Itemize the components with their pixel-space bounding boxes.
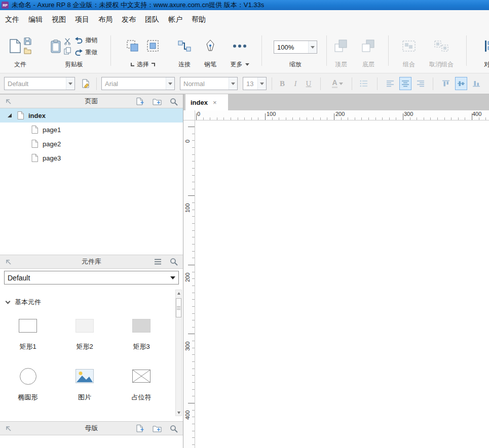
widgets-panel-title: 元件库 <box>82 257 101 266</box>
toolbar-separator <box>261 35 262 66</box>
triangle-up-icon <box>177 292 180 295</box>
file-tools-group[interactable]: 文件 <box>4 33 36 70</box>
select-contain-icon[interactable] <box>146 39 160 53</box>
style-editor-button[interactable] <box>80 77 92 90</box>
cut-icon[interactable] <box>64 37 71 45</box>
widget-rect3[interactable]: 矩形3 <box>117 313 166 351</box>
zoom-combobox[interactable]: 100% <box>274 40 317 54</box>
widget-placeholder[interactable]: 占位符 <box>117 363 166 402</box>
font-size-combobox[interactable]: 13 <box>243 77 267 90</box>
panel-pin-icon[interactable] <box>5 425 12 432</box>
widget-style-combobox[interactable]: Default <box>4 77 75 90</box>
ruler-row: 0 100 200 300 400 <box>183 110 489 120</box>
vertical-ruler[interactable]: 0 100 200 300 400 <box>183 120 195 448</box>
scrollbar-thumb[interactable] <box>176 298 181 317</box>
tree-expand-icon[interactable] <box>8 113 12 117</box>
menu-help[interactable]: 帮助 <box>187 12 210 27</box>
widget-image[interactable]: 图片 <box>60 363 109 402</box>
menu-layout[interactable]: 布局 <box>94 12 117 27</box>
menu-project[interactable]: 项目 <box>70 12 94 27</box>
align-text-center-button[interactable] <box>399 77 411 90</box>
panel-pin-icon[interactable] <box>5 98 12 105</box>
menu-team[interactable]: 团队 <box>140 12 164 27</box>
font-style-combobox[interactable]: Normal <box>180 77 238 90</box>
add-page-icon[interactable] <box>136 424 144 433</box>
select-corner-right-icon[interactable] <box>152 63 155 66</box>
scroll-down-icon[interactable] <box>176 410 181 416</box>
align-left-icon <box>484 40 489 52</box>
group-label: 组合 <box>396 60 422 69</box>
clipboard-tools-group: 撤销 重做 剪贴板 <box>41 33 107 70</box>
font-family-combobox[interactable]: Arial <box>101 77 175 90</box>
group-button[interactable]: 组合 <box>396 33 422 70</box>
select-corner-left-icon[interactable] <box>131 63 134 66</box>
bullet-list-button[interactable] <box>358 77 370 90</box>
open-file-icon[interactable] <box>24 47 31 55</box>
add-folder-icon[interactable] <box>153 98 162 105</box>
redo-button[interactable]: 重做 <box>74 48 98 57</box>
more-button[interactable]: 更多 <box>224 33 255 70</box>
search-icon[interactable] <box>170 425 178 433</box>
font-dropdown-button[interactable] <box>166 77 174 90</box>
save-icon[interactable] <box>24 37 31 45</box>
caret-down-icon <box>260 83 264 85</box>
image-icon <box>76 369 94 383</box>
search-icon[interactable] <box>170 98 178 106</box>
valign-middle-button[interactable] <box>455 77 467 90</box>
caret-down-icon <box>231 83 235 85</box>
tree-item-index[interactable]: index <box>0 108 183 123</box>
underline-label: U <box>306 79 312 88</box>
tree-item-page2[interactable]: page2 <box>0 137 183 151</box>
add-folder-icon[interactable] <box>153 425 162 432</box>
paste-icon[interactable] <box>51 39 61 53</box>
copy-icon[interactable] <box>64 47 71 55</box>
style-dropdown-button[interactable] <box>66 77 74 90</box>
align-text-right-button[interactable] <box>415 77 427 90</box>
scroll-up-icon[interactable] <box>176 290 181 296</box>
align-text-left-button[interactable] <box>384 77 396 90</box>
panel-menu-icon[interactable] <box>154 259 162 265</box>
new-page-icon[interactable] <box>10 39 21 53</box>
canvas-tab-index[interactable]: index × <box>185 94 228 110</box>
design-canvas[interactable] <box>195 120 489 448</box>
widget-section-header[interactable]: 基本元件 <box>6 298 41 307</box>
caret-down-icon <box>245 63 249 66</box>
add-page-icon[interactable] <box>136 97 144 106</box>
menu-file[interactable]: 文件 <box>1 12 24 27</box>
underline-button[interactable]: U <box>303 77 315 90</box>
bold-button[interactable]: B <box>276 77 288 90</box>
menu-account[interactable]: 帐户 <box>164 12 187 27</box>
horizontal-ruler[interactable]: 0 100 200 300 400 <box>195 110 489 120</box>
send-back-button[interactable]: 底层 <box>357 33 380 70</box>
font-size-dropdown-button[interactable] <box>257 77 266 90</box>
widget-rect2[interactable]: 矩形2 <box>60 313 109 351</box>
bring-front-button[interactable]: 顶层 <box>329 33 353 70</box>
tab-close-icon[interactable]: × <box>213 99 217 106</box>
widgets-scrollbar[interactable] <box>175 290 182 416</box>
panel-pin-icon[interactable] <box>5 259 12 265</box>
tree-item-page3[interactable]: page3 <box>0 151 183 165</box>
font-style-dropdown-button[interactable] <box>229 77 237 90</box>
tree-item-page1[interactable]: page1 <box>0 123 183 137</box>
zoom-dropdown-button[interactable] <box>308 41 317 53</box>
menu-view[interactable]: 视图 <box>47 12 70 27</box>
italic-button[interactable]: I <box>289 77 302 90</box>
align-button[interactable]: 对齐 <box>472 33 489 70</box>
library-dropdown-button[interactable] <box>167 276 178 279</box>
pen-button[interactable]: 钢笔 <box>199 33 222 70</box>
menu-edit[interactable]: 编辑 <box>24 12 47 27</box>
font-family-value: Arial <box>102 77 166 90</box>
search-icon[interactable] <box>170 258 178 266</box>
widget-ellipse[interactable]: 椭圆形 <box>3 363 53 402</box>
widget-rect1[interactable]: 矩形1 <box>3 313 53 351</box>
valign-bottom-button[interactable] <box>470 77 482 90</box>
undo-button[interactable]: 撤销 <box>74 36 98 45</box>
font-color-button[interactable]: A <box>327 77 348 90</box>
ungroup-button[interactable]: 取消组合 <box>424 33 459 70</box>
connect-button[interactable]: 连接 <box>172 33 197 70</box>
cut-copy-icons <box>64 37 71 55</box>
select-intersect-icon[interactable] <box>126 39 139 53</box>
menu-publish[interactable]: 发布 <box>117 12 140 27</box>
library-combobox[interactable]: Default <box>4 271 179 284</box>
valign-top-button[interactable] <box>440 77 452 90</box>
